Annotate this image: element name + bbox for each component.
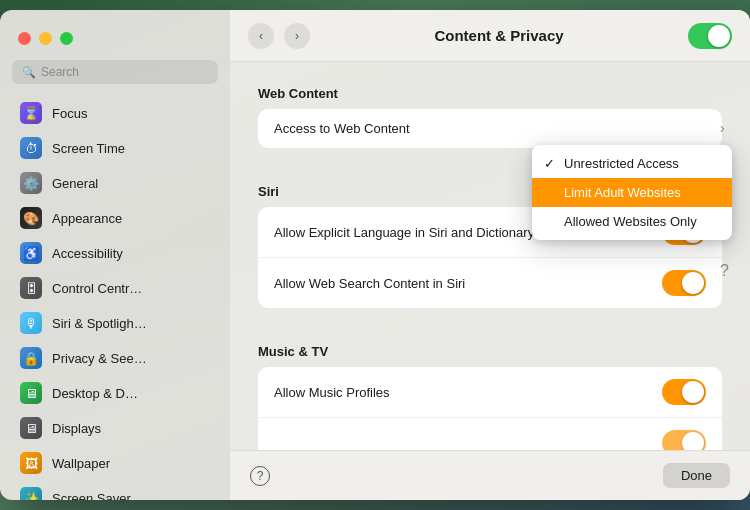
sidebar-label-accessibility: Accessibility <box>52 246 123 261</box>
help-button[interactable]: ? <box>250 466 270 486</box>
sidebar-label-desktop: Desktop & D… <box>52 386 138 401</box>
music-tv-group: Allow Music Profiles <box>258 367 722 450</box>
sidebar-item-control-centre[interactable]: 🎛 Control Centr… <box>6 271 224 305</box>
wallpaper-icon: 🖼 <box>20 452 42 474</box>
appearance-icon: 🎨 <box>20 207 42 229</box>
content-panel: Web Content Access to Web Content Unrest… <box>230 62 750 450</box>
help-icon: ? <box>257 469 264 483</box>
music-tv-section-title: Music & TV <box>258 344 722 359</box>
back-button[interactable]: ‹ <box>248 23 274 49</box>
dropdown-unrestricted[interactable]: Unrestricted Access <box>532 149 732 178</box>
bottom-bar: ? Done <box>230 450 750 500</box>
access-label: Access to Web Content <box>274 121 410 136</box>
music-profiles-toggle[interactable] <box>662 379 706 405</box>
web-search-label: Allow Web Search Content in Siri <box>274 276 465 291</box>
sidebar-label-screentime: Screen Time <box>52 141 125 156</box>
question-icon: ? <box>720 262 750 280</box>
done-button[interactable]: Done <box>663 463 730 488</box>
general-icon: ⚙️ <box>20 172 42 194</box>
screentime-icon: ⏱ <box>20 137 42 159</box>
sidebar: 🔍 Search ⌛ Focus ⏱ Screen Time ⚙️ Genera… <box>0 10 230 500</box>
minimize-button[interactable] <box>39 32 52 45</box>
dropdown-allowed-only[interactable]: Allowed Websites Only <box>532 207 732 236</box>
dropdown-limit-adult-label: Limit Adult Websites <box>564 185 681 200</box>
sidebar-item-desktop[interactable]: 🖥 Desktop & D… <box>6 376 224 410</box>
sidebar-label-focus: Focus <box>52 106 87 121</box>
displays-icon: 🖥 <box>20 417 42 439</box>
access-to-web-content-row: Access to Web Content Unrestricted Acces… <box>258 109 722 148</box>
search-box[interactable]: 🔍 Search <box>12 60 218 84</box>
sidebar-item-siri[interactable]: 🎙 Siri & Spotligh… <box>6 306 224 340</box>
siri-icon: 🎙 <box>20 312 42 334</box>
window-controls <box>18 32 73 45</box>
music-profiles-label: Allow Music Profiles <box>274 385 390 400</box>
web-search-row: Allow Web Search Content in Siri <box>258 258 722 308</box>
dropdown-unrestricted-label: Unrestricted Access <box>564 156 679 171</box>
sidebar-label-control: Control Centr… <box>52 281 142 296</box>
dropdown-popup: Unrestricted Access Limit Adult Websites… <box>532 145 732 240</box>
sidebar-item-screen-time[interactable]: ⏱ Screen Time <box>6 131 224 165</box>
section-spacer-2 <box>258 328 722 344</box>
desktop-icon: 🖥 <box>20 382 42 404</box>
tv-toggle[interactable] <box>662 430 706 450</box>
sidebar-item-accessibility[interactable]: ♿ Accessibility <box>6 236 224 270</box>
sidebar-item-general[interactable]: ⚙️ General <box>6 166 224 200</box>
control-centre-icon: 🎛 <box>20 277 42 299</box>
chevron-1: › <box>720 120 750 136</box>
sidebar-label-displays: Displays <box>52 421 101 436</box>
privacy-icon: 🔒 <box>20 347 42 369</box>
maximize-button[interactable] <box>60 32 73 45</box>
page-title: Content & Privacy <box>320 27 678 44</box>
music-profiles-row: Allow Music Profiles <box>258 367 722 418</box>
dropdown-limit-adult[interactable]: Limit Adult Websites <box>532 178 732 207</box>
forward-button[interactable]: › <box>284 23 310 49</box>
sidebar-label-screensaver: Screen Saver <box>52 491 131 501</box>
sidebar-item-focus[interactable]: ⌛ Focus <box>6 96 224 130</box>
sidebar-label-wallpaper: Wallpaper <box>52 456 110 471</box>
accessibility-icon: ♿ <box>20 242 42 264</box>
main-content: ‹ › Content & Privacy Web Content Access… <box>230 10 750 500</box>
back-icon: ‹ <box>259 29 263 43</box>
search-icon: 🔍 <box>22 66 36 79</box>
explicit-language-label: Allow Explicit Language in Siri and Dict… <box>274 225 534 240</box>
focus-icon: ⌛ <box>20 102 42 124</box>
close-button[interactable] <box>18 32 31 45</box>
search-placeholder: Search <box>41 65 79 79</box>
toolbar: ‹ › Content & Privacy <box>230 10 750 62</box>
dropdown-allowed-only-label: Allowed Websites Only <box>564 214 697 229</box>
sidebar-item-displays[interactable]: 🖥 Displays <box>6 411 224 445</box>
sidebar-item-appearance[interactable]: 🎨 Appearance <box>6 201 224 235</box>
sidebar-label-siri: Siri & Spotligh… <box>52 316 147 331</box>
main-toggle[interactable] <box>688 23 732 49</box>
web-content-group: Access to Web Content Unrestricted Acces… <box>258 109 722 148</box>
screensaver-icon: ✨ <box>20 487 42 500</box>
sidebar-label-general: General <box>52 176 98 191</box>
main-window: 🔍 Search ⌛ Focus ⏱ Screen Time ⚙️ Genera… <box>0 10 750 500</box>
web-content-section-title: Web Content <box>258 86 722 101</box>
sidebar-item-wallpaper[interactable]: 🖼 Wallpaper <box>6 446 224 480</box>
sidebar-label-appearance: Appearance <box>52 211 122 226</box>
sidebar-item-privacy[interactable]: 🔒 Privacy & See… <box>6 341 224 375</box>
tv-row <box>258 418 722 450</box>
sidebar-label-privacy: Privacy & See… <box>52 351 147 366</box>
web-search-toggle[interactable] <box>662 270 706 296</box>
sidebar-item-screensaver[interactable]: ✨ Screen Saver <box>6 481 224 500</box>
forward-icon: › <box>295 29 299 43</box>
